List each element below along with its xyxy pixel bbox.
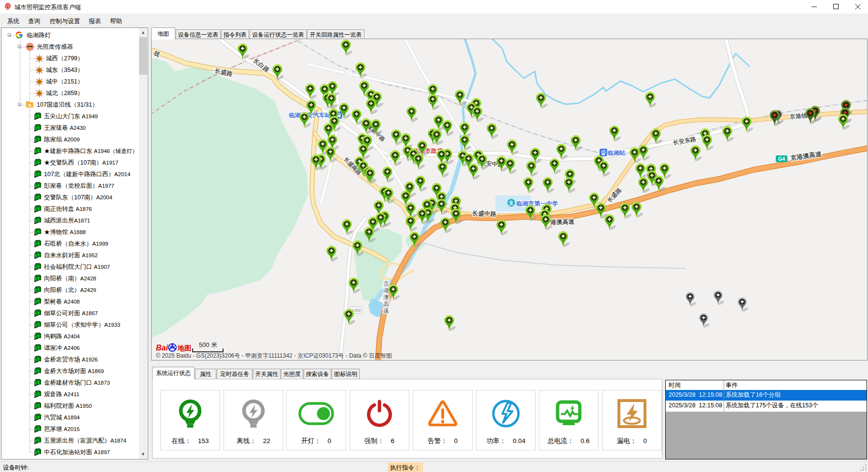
svg-text:临湘长安汽车站: 临湘长安汽车站 <box>289 112 331 119</box>
svg-text:港: 港 <box>383 287 390 294</box>
svg-text:文: 文 <box>508 200 514 206</box>
svg-text:Bai: Bai <box>156 344 168 352</box>
svg-text:地图: 地图 <box>177 344 191 352</box>
svg-text:500 米: 500 米 <box>199 341 217 348</box>
svg-text:高: 高 <box>383 301 390 307</box>
svg-text:G4: G4 <box>778 156 785 162</box>
svg-text:京: 京 <box>383 280 390 287</box>
svg-text:长盛中路: 长盛中路 <box>472 210 497 218</box>
svg-text:澳: 澳 <box>383 294 390 301</box>
svg-text:速: 速 <box>383 307 390 314</box>
svg-text:临湘市第一中学: 临湘市第一中学 <box>516 200 559 207</box>
svg-text:临湘站: 临湘站 <box>607 150 626 156</box>
svg-text:© 2025 Baidu - GS(2023)3206号 -: © 2025 Baidu - GS(2023)3206号 - 甲测资字11111… <box>156 352 392 359</box>
svg-text:港澳高速: 港澳高速 <box>550 218 575 226</box>
svg-text:京港线: 京港线 <box>789 112 807 121</box>
